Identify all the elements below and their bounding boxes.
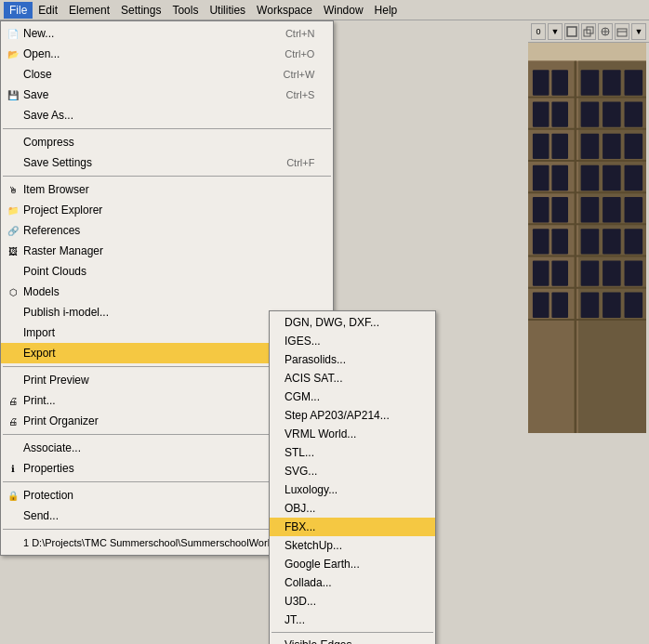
export-separator xyxy=(272,632,433,633)
svg-rect-29 xyxy=(603,70,621,95)
menu-settings[interactable]: Settings xyxy=(115,2,166,19)
svg-rect-16 xyxy=(533,134,550,159)
menu-references[interactable]: 🔗 References xyxy=(1,220,333,241)
view-btn-2[interactable] xyxy=(581,23,596,40)
svg-rect-15 xyxy=(551,101,568,126)
menu-tools[interactable]: Tools xyxy=(166,2,204,19)
svg-rect-17 xyxy=(551,134,568,159)
menu-save[interactable]: 💾 Save Ctrl+S xyxy=(1,85,333,105)
raster-icon: 🖼 xyxy=(5,243,21,258)
view-toolbar: 0 ▼ ▼ xyxy=(528,20,649,43)
svg-rect-13 xyxy=(551,70,568,95)
svg-rect-32 xyxy=(603,101,621,126)
svg-rect-31 xyxy=(581,101,600,126)
menu-edit[interactable]: Edit xyxy=(33,2,63,19)
export-svg[interactable]: SVG... xyxy=(270,462,435,480)
export-sketchup[interactable]: SketchUp... xyxy=(270,536,435,555)
export-luxology[interactable]: Luxology... xyxy=(270,480,435,499)
building-view xyxy=(528,43,646,433)
export-stl[interactable]: STL... xyxy=(270,443,435,462)
menu-save-settings[interactable]: Save Settings Ctrl+F xyxy=(1,152,333,173)
svg-rect-41 xyxy=(603,197,621,222)
svg-rect-47 xyxy=(603,260,621,285)
view-panel: 0 ▼ ▼ xyxy=(528,20,649,644)
view-number[interactable]: 0 xyxy=(531,23,546,40)
new-icon: 📄 xyxy=(5,26,21,41)
svg-rect-35 xyxy=(603,134,621,159)
svg-rect-20 xyxy=(533,197,550,222)
svg-rect-24 xyxy=(533,260,550,285)
menu-workspace[interactable]: Workspace xyxy=(251,2,318,19)
project-icon: 📁 xyxy=(5,203,21,217)
svg-rect-18 xyxy=(533,165,550,191)
svg-rect-28 xyxy=(581,70,600,95)
menu-item-browser[interactable]: 🖱 Item Browser xyxy=(1,179,333,200)
menu-help[interactable]: Help xyxy=(369,2,404,19)
export-google-earth[interactable]: Google Earth... xyxy=(270,555,435,573)
svg-rect-27 xyxy=(551,293,568,318)
svg-rect-50 xyxy=(603,293,621,318)
print-organizer-icon: 🖨 xyxy=(5,414,21,428)
properties-icon: ℹ xyxy=(5,461,21,476)
svg-rect-38 xyxy=(603,165,621,191)
export-obj[interactable]: OBJ... xyxy=(270,499,435,518)
svg-rect-33 xyxy=(625,101,643,126)
models-icon: ⬡ xyxy=(5,284,21,299)
svg-rect-43 xyxy=(581,229,600,254)
view-btn-1[interactable] xyxy=(564,23,579,40)
svg-rect-39 xyxy=(625,165,643,191)
export-jt[interactable]: JT... xyxy=(270,611,435,629)
menu-element[interactable]: Element xyxy=(63,2,115,19)
svg-rect-37 xyxy=(581,165,600,191)
svg-rect-30 xyxy=(625,70,643,95)
menu-utilities[interactable]: Utilities xyxy=(204,2,251,19)
view-btn-4[interactable] xyxy=(615,23,629,40)
export-cgm[interactable]: CGM... xyxy=(270,388,435,406)
separator-2 xyxy=(3,176,331,177)
export-dgn[interactable]: DGN, DWG, DXF... xyxy=(270,313,435,332)
menu-project-explorer[interactable]: 📁 Project Explorer xyxy=(1,200,333,220)
svg-rect-23 xyxy=(551,229,568,254)
view-dropdown[interactable]: ▼ xyxy=(548,23,563,40)
export-vrml[interactable]: VRML World... xyxy=(270,425,435,443)
print-icon: 🖨 xyxy=(5,393,21,408)
menu-point-clouds[interactable]: Point Clouds xyxy=(1,261,333,282)
svg-rect-42 xyxy=(625,197,643,222)
menu-raster-manager[interactable]: 🖼 Raster Manager xyxy=(1,241,333,261)
svg-rect-36 xyxy=(625,134,643,159)
menu-close[interactable]: Close Ctrl+W xyxy=(1,64,333,85)
menu-models[interactable]: ⬡ Models xyxy=(1,282,333,302)
export-collada[interactable]: Collada... xyxy=(270,573,435,592)
menu-file[interactable]: File xyxy=(4,2,33,19)
export-iges[interactable]: IGES... xyxy=(270,332,435,350)
export-fbx[interactable]: FBX... xyxy=(270,518,435,536)
export-submenu: DGN, DWG, DXF... IGES... Parasolids... A… xyxy=(269,310,436,644)
save-icon: 💾 xyxy=(5,87,21,102)
export-acis[interactable]: ACIS SAT... xyxy=(270,369,435,388)
open-icon: 📂 xyxy=(5,46,21,61)
export-step[interactable]: Step AP203/AP214... xyxy=(270,406,435,425)
svg-rect-19 xyxy=(551,165,568,191)
svg-rect-49 xyxy=(581,293,600,318)
view-btn-3[interactable] xyxy=(598,23,613,40)
svg-rect-22 xyxy=(533,229,550,254)
svg-rect-34 xyxy=(581,134,600,159)
separator-1 xyxy=(3,128,331,129)
export-u3d[interactable]: U3D... xyxy=(270,592,435,611)
svg-rect-6 xyxy=(617,29,627,36)
view-dropdown-2[interactable]: ▼ xyxy=(631,23,646,40)
export-visible-edges[interactable]: Visible Edges... xyxy=(270,636,435,644)
menu-open[interactable]: 📂 Open... Ctrl+O xyxy=(1,44,333,64)
menu-window[interactable]: Window xyxy=(318,2,369,19)
svg-rect-48 xyxy=(625,260,643,285)
menu-compress[interactable]: Compress xyxy=(1,132,333,152)
menu-bar: File Edit Element Settings Tools Utiliti… xyxy=(0,0,649,20)
file-dropdown: 📄 New... Ctrl+N 📂 Open... Ctrl+O Close C… xyxy=(0,20,334,556)
export-parasolids[interactable]: Parasolids... xyxy=(270,350,435,369)
svg-rect-14 xyxy=(533,101,550,126)
protection-icon: 🔒 xyxy=(5,488,21,503)
svg-rect-51 xyxy=(625,293,643,318)
item-browser-icon: 🖱 xyxy=(5,182,21,197)
menu-save-as[interactable]: Save As... xyxy=(1,105,333,125)
menu-new[interactable]: 📄 New... Ctrl+N xyxy=(1,23,333,44)
